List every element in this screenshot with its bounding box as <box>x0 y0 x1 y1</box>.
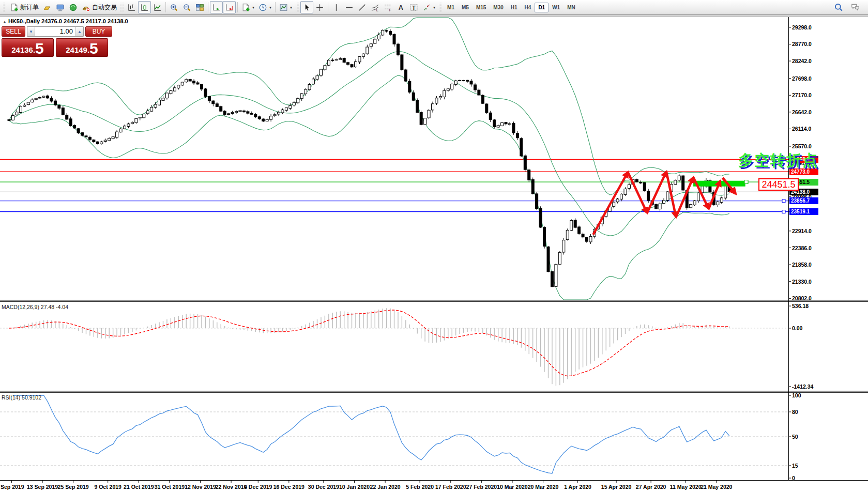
tf-button-M15[interactable]: M15 <box>473 3 490 12</box>
chevron-down-icon: ▾ <box>290 5 292 10</box>
chat-button[interactable] <box>848 1 862 13</box>
periods-button[interactable]: ▾ <box>256 1 273 13</box>
search-icon <box>834 3 843 12</box>
text-a-icon: A <box>397 3 405 12</box>
price-axis-label: 28242.0 <box>792 58 812 64</box>
chat-bubbles-icon <box>850 3 860 12</box>
zoom-out-button[interactable] <box>180 1 193 13</box>
signals-button[interactable] <box>67 1 80 13</box>
tf-button-M1[interactable]: M1 <box>444 3 458 12</box>
date-axis-label: 16 Dec 2019 <box>273 484 304 490</box>
chart-shift-button[interactable] <box>223 1 236 13</box>
price-axis-label: 28770.0 <box>792 41 812 47</box>
text-label-button[interactable]: T <box>407 1 420 13</box>
templates-button[interactable]: ▾ <box>277 1 294 13</box>
zoom-in-button[interactable] <box>167 1 180 13</box>
price-axis-label: 29298.0 <box>792 24 812 30</box>
date-axis-label: 5 Feb 2020 <box>406 484 434 490</box>
price-axis-label: 22914.0 <box>792 228 812 234</box>
price-tag: 23856.7 <box>789 197 818 204</box>
svg-text:T: T <box>412 4 416 10</box>
tf-button-H4[interactable]: H4 <box>521 3 535 12</box>
macd-axis-label: 0.00 <box>792 325 802 331</box>
price-axis-label: 22386.0 <box>792 245 812 251</box>
auto-scroll-icon <box>212 3 221 12</box>
toolbar-separator <box>165 2 166 12</box>
price-axis-label: 20802.0 <box>792 295 812 301</box>
bar-chart-button[interactable] <box>125 1 138 13</box>
pivot-annotation-text: 多空转折点 <box>738 150 818 171</box>
auto-scroll-button[interactable] <box>210 1 223 13</box>
mt4-terminal: { "toolbar": { "new_order_label": "新订单",… <box>0 0 868 492</box>
text-button[interactable]: A <box>394 1 407 13</box>
price-axis-label: 25570.0 <box>792 143 812 149</box>
date-axis-label: 21 May 2020 <box>701 484 732 490</box>
sell-price-big-digit: 5 <box>35 41 44 56</box>
cursor-button[interactable] <box>300 1 313 13</box>
clock-icon <box>258 3 267 12</box>
new-order-label: 新订单 <box>20 3 39 12</box>
bar-chart-icon <box>127 3 136 12</box>
date-axis-label: 9 Oct 2019 <box>94 484 121 490</box>
date-axis-label: 27 Apr 2020 <box>636 484 666 490</box>
candlestick-chart-button[interactable] <box>138 1 151 13</box>
macd-axis-label: 536.18 <box>792 303 809 309</box>
tf-button-M5[interactable]: M5 <box>458 3 473 12</box>
sell-price-box[interactable]: 24136.5 <box>2 38 54 57</box>
price-axis-label: 26114.0 <box>792 126 811 132</box>
sell-button[interactable]: SELL <box>2 26 25 37</box>
chevron-down-icon: ▾ <box>252 5 254 10</box>
arrows-button[interactable]: ▾ <box>420 1 437 13</box>
trendline-button[interactable] <box>356 1 369 13</box>
auto-trading-button[interactable]: 自动交易 <box>80 1 119 13</box>
horizontal-line-button[interactable] <box>343 1 356 13</box>
tf-button-H1[interactable]: H1 <box>507 3 521 12</box>
signal-globe-icon <box>69 3 78 12</box>
terminal-button[interactable] <box>54 1 67 13</box>
one-click-trading-panel: SELL ▼ 1.00 ▲ BUY 24136.5 24149.5 <box>2 26 112 57</box>
auto-trading-label: 自动交易 <box>92 3 117 12</box>
buy-price-big-digit: 5 <box>89 41 98 56</box>
tile-windows-button[interactable] <box>193 1 206 13</box>
market-watch-button[interactable] <box>41 1 54 13</box>
rsi-indicator-label: RSI(14) 50.9102 <box>2 394 41 401</box>
templates-icon <box>279 3 288 12</box>
volume-spinner: ▼ 1.00 ▲ <box>27 26 84 37</box>
price-callout-box[interactable]: 24451.5 <box>758 178 799 191</box>
price-axis-label: 27170.0 <box>792 92 812 98</box>
tf-button-D1[interactable]: D1 <box>535 3 549 12</box>
date-axis-label: 20 Mar 2020 <box>528 484 559 490</box>
search-button[interactable] <box>832 1 845 13</box>
chart-marker-icon: ▲ <box>3 20 7 24</box>
date-axis-label: 1 Apr 2020 <box>564 484 591 490</box>
fibonacci-button[interactable]: F <box>382 1 394 13</box>
line-chart-icon <box>153 3 162 12</box>
volume-decrease-button[interactable]: ▼ <box>27 27 35 36</box>
price-axis-label: 27698.0 <box>792 75 812 82</box>
trendline-icon <box>358 3 367 12</box>
new-order-button[interactable]: 新订单 <box>8 1 41 13</box>
top-toolbar: 新订单 自动交易 ▾ ▾ <box>0 0 868 15</box>
tf-button-MN[interactable]: MN <box>564 3 579 12</box>
rsi-axis-label: 50 <box>792 434 798 440</box>
tf-button-M30[interactable]: M30 <box>490 3 507 12</box>
chart-canvas[interactable] <box>0 0 868 492</box>
toolbar-grip <box>296 3 299 12</box>
cursor-arrow-icon <box>302 3 311 12</box>
volume-increase-button[interactable]: ▲ <box>75 27 83 36</box>
crosshair-button[interactable] <box>313 1 326 13</box>
buy-price: 24149. <box>66 44 89 56</box>
volume-input[interactable]: 1.00 <box>35 27 75 36</box>
buy-price-box[interactable]: 24149.5 <box>56 38 108 57</box>
line-chart-button[interactable] <box>151 1 164 13</box>
chevron-down-icon: ▾ <box>433 5 435 10</box>
vertical-line-button[interactable] <box>330 1 343 13</box>
date-axis-label: 13 Sep 2019 <box>27 484 58 490</box>
svg-text:E: E <box>376 8 378 12</box>
indicators-button[interactable]: ▾ <box>239 1 256 13</box>
date-axis-label: 11 May 2020 <box>670 484 702 490</box>
equidistant-channel-button[interactable]: E <box>369 1 382 13</box>
buy-button[interactable]: BUY <box>85 26 112 37</box>
tf-button-W1[interactable]: W1 <box>549 3 564 12</box>
svg-text:A: A <box>399 4 403 11</box>
